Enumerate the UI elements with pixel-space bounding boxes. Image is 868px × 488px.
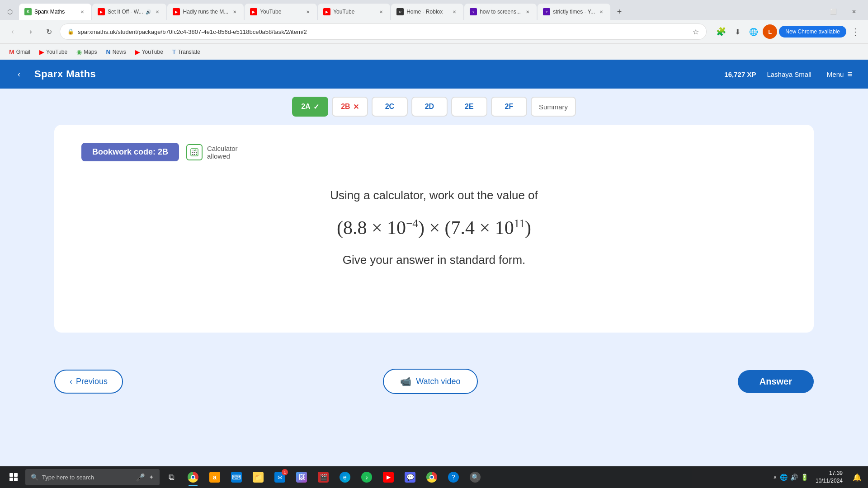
new-chrome-button[interactable]: New Chrome available	[779, 26, 846, 38]
search2-icon: 🔍	[470, 472, 481, 483]
translate-button[interactable]: 🌐	[746, 24, 761, 39]
extensions-button[interactable]: 🧩	[714, 24, 728, 39]
youtube-icon: ▶	[39, 48, 44, 56]
tab-youtube1[interactable]: ▶ YouTube ✕	[245, 4, 317, 20]
tab-hadly[interactable]: ▶ Hadly runs the M... ✕	[167, 4, 244, 20]
bookmark-youtube2[interactable]: ▶ YouTube	[132, 47, 167, 57]
new-window-button[interactable]: ⬡	[4, 5, 16, 18]
bookmark-youtube[interactable]: ▶ YouTube	[36, 47, 71, 57]
system-tray-icons: ∧ 🌐 🔊 🔋	[773, 474, 808, 481]
bookmark-gmail[interactable]: M Gmail	[5, 47, 34, 57]
tab-close-hadly[interactable]: ✕	[231, 8, 238, 15]
bookmark-news[interactable]: N News	[103, 47, 130, 57]
reload-button[interactable]: ↻	[42, 24, 56, 39]
back-to-home-button[interactable]: ‹	[11, 66, 27, 82]
bookmark-translate[interactable]: T Translate	[169, 47, 204, 57]
progress-tab-2e[interactable]: 2E	[451, 97, 487, 117]
gmail-icon: M	[9, 48, 14, 56]
tab-close-yt2[interactable]: ✕	[377, 8, 385, 15]
network-icon[interactable]: 🌐	[780, 474, 788, 481]
url-bar[interactable]: 🔒 sparxmaths.uk/student/package/b70fc2c4…	[60, 23, 707, 40]
new-tab-button[interactable]: +	[613, 5, 626, 18]
bookmark-star-icon[interactable]: ☆	[693, 28, 699, 36]
tab-title-yt2: YouTube	[333, 9, 375, 15]
close-button[interactable]: ✕	[844, 4, 864, 20]
tab-roblox[interactable]: R Home - Roblox ✕	[391, 4, 463, 20]
watch-video-label: Watch video	[416, 377, 460, 386]
tab-favicon-yt2: ▶	[323, 8, 330, 15]
tab-close-roblox[interactable]: ✕	[451, 8, 458, 15]
files-icon: 📁	[253, 472, 264, 483]
tab-favicon-yt1: ▶	[250, 8, 257, 15]
tab-youtube2[interactable]: ▶ YouTube ✕	[318, 4, 390, 20]
tab-howto[interactable]: Y how to screens... ✕	[464, 4, 537, 20]
tab-favicon-setitoff: ▶	[98, 8, 105, 15]
back-button[interactable]: ‹	[5, 24, 20, 39]
tab-strictly[interactable]: Y strictly times - Y... ✕	[538, 4, 610, 20]
clock-time: 17:39	[816, 469, 843, 477]
profile-button[interactable]: L	[763, 24, 777, 39]
tab-close-howto[interactable]: ✕	[524, 8, 531, 15]
discord-icon: 💬	[405, 472, 415, 483]
notification-icon: 🔔	[853, 473, 862, 482]
taskbar-search[interactable]: 🔍 🎤 ✦	[25, 469, 160, 485]
menu-button[interactable]: Menu ≡	[822, 66, 857, 82]
taskbar-chrome-icon[interactable]	[183, 467, 203, 487]
tab-close-setitoff[interactable]: ✕	[154, 8, 161, 15]
taskbar-edge-icon[interactable]: e	[335, 467, 355, 487]
more-menu-button[interactable]: ⋮	[848, 24, 863, 39]
progress-tab-summary[interactable]: Summary	[531, 97, 576, 117]
taskbar-chrome2-icon[interactable]	[422, 467, 442, 487]
previous-button[interactable]: ‹ Previous	[54, 370, 123, 394]
main-content: Bookwork code: 2B	[0, 125, 868, 360]
maximize-button[interactable]: ⬜	[823, 4, 844, 20]
taskbar-amazon-icon[interactable]: a	[205, 467, 225, 487]
system-clock[interactable]: 17:39 10/11/2024	[812, 469, 846, 485]
progress-tab-2d[interactable]: 2D	[411, 97, 448, 117]
chevron-up-icon[interactable]: ∧	[773, 474, 777, 480]
taskbar-support-icon[interactable]: ?	[443, 467, 463, 487]
taskbar-youtube-icon[interactable]: ▶	[378, 467, 398, 487]
taskbar-files-icon[interactable]: 📁	[248, 467, 268, 487]
watch-video-button[interactable]: 📹 Watch video	[383, 369, 477, 394]
search-input[interactable]	[42, 474, 132, 481]
taskbar-video-icon[interactable]: 🎬	[313, 467, 333, 487]
tab-close-yt1[interactable]: ✕	[304, 8, 311, 15]
taskbar-search2-icon[interactable]: 🔍	[465, 467, 485, 487]
progress-tab-2c[interactable]: 2C	[372, 97, 408, 117]
progress-tab-2b[interactable]: 2B ✕	[332, 97, 368, 117]
start-button[interactable]	[4, 467, 24, 487]
video-icon: 🎬	[318, 472, 329, 483]
bookmark-maps[interactable]: ◉ Maps	[73, 47, 100, 57]
cortana-icon: 🎤	[136, 473, 145, 482]
minimize-button[interactable]: —	[802, 4, 823, 20]
tab-sparx-maths[interactable]: S Sparx Maths ✕	[19, 4, 91, 20]
download-button[interactable]: ⬇	[730, 24, 745, 39]
taskbar-discord-icon[interactable]: 💬	[400, 467, 420, 487]
taskbar-spotify-icon[interactable]: ♪	[357, 467, 377, 487]
notification-button[interactable]: 🔔	[850, 470, 864, 484]
question-card: Bookwork code: 2B	[54, 125, 814, 333]
security-icon: 🔒	[67, 28, 74, 35]
tab-title-hadly: Hadly runs the M...	[183, 9, 228, 15]
bookmark-news-label: News	[113, 49, 126, 55]
header-right: 16,727 XP Lashaya Small Menu ≡	[724, 66, 857, 82]
battery-icon[interactable]: 🔋	[801, 474, 808, 481]
tab-close-strictly[interactable]: ✕	[598, 8, 605, 15]
tab-2c-label: 2C	[385, 103, 394, 111]
progress-tab-2a[interactable]: 2A ✓	[292, 97, 328, 117]
amazon-icon: a	[209, 472, 220, 483]
spotify-icon: ♪	[361, 472, 372, 483]
tab-set-it-off[interactable]: ▶ Set It Off - W... 🔊 ✕	[92, 4, 166, 20]
task-view-button[interactable]: ⧉	[161, 467, 181, 487]
forward-button[interactable]: ›	[24, 24, 38, 39]
vscode-icon: ⌨	[231, 472, 242, 483]
sparx-logo: Sparx Maths	[34, 68, 96, 80]
taskbar-photos-icon[interactable]: 🖼	[292, 467, 311, 487]
taskbar-mail-icon[interactable]: ✉ 1	[270, 467, 290, 487]
answer-button[interactable]: Answer	[738, 370, 814, 393]
tab-close-sparx[interactable]: ✕	[79, 8, 86, 15]
progress-tab-2f[interactable]: 2F	[491, 97, 527, 117]
taskbar-vscode-icon[interactable]: ⌨	[226, 467, 246, 487]
volume-icon[interactable]: 🔊	[790, 474, 798, 481]
